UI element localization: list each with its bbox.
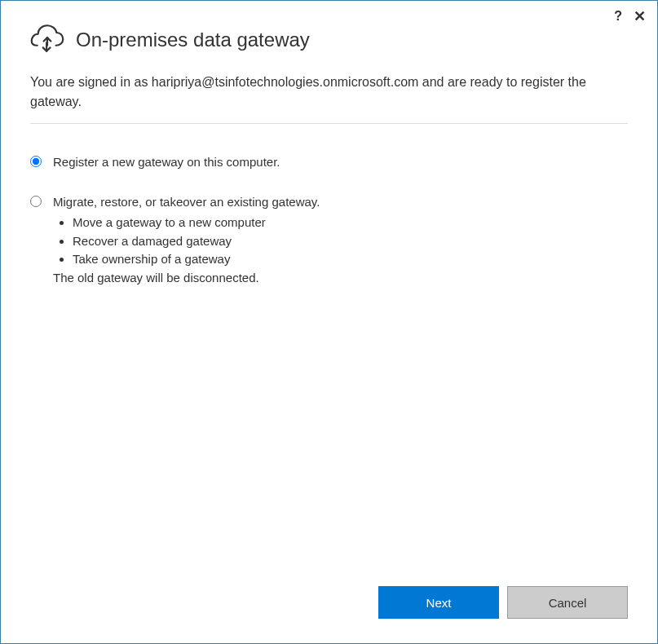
title-row: On-premises data gateway xyxy=(30,24,628,56)
bullet-move: Move a gateway to a new computer xyxy=(73,214,320,232)
close-icon[interactable]: ✕ xyxy=(634,9,646,24)
bullet-recover: Recover a damaged gateway xyxy=(73,232,320,251)
radio-migrate[interactable] xyxy=(30,196,42,207)
next-button[interactable]: Next xyxy=(378,586,499,619)
gateway-options: Register a new gateway on this computer.… xyxy=(30,153,628,285)
radio-register[interactable] xyxy=(30,156,42,167)
label-migrate[interactable]: Migrate, restore, or takeover an existin… xyxy=(53,195,320,209)
bullet-takeover: Take ownership of a gateway xyxy=(73,250,320,269)
window-controls: ? ✕ xyxy=(614,9,646,24)
footer-buttons: Next Cancel xyxy=(378,586,628,619)
help-icon[interactable]: ? xyxy=(614,9,622,24)
gateway-setup-window: ? ✕ On-premises data gateway You are sig… xyxy=(0,0,658,644)
page-title: On-premises data gateway xyxy=(76,29,310,51)
cancel-button[interactable]: Cancel xyxy=(507,586,628,619)
signin-status: You are signed in as haripriya@tsinfotec… xyxy=(30,73,628,124)
migrate-bullets: Move a gateway to a new computer Recover… xyxy=(53,214,320,269)
cloud-sync-icon xyxy=(30,24,64,56)
migrate-details: Move a gateway to a new computer Recover… xyxy=(53,214,320,285)
main-content: On-premises data gateway You are signed … xyxy=(1,1,657,285)
migrate-note: The old gateway will be disconnected. xyxy=(53,271,320,285)
label-register: Register a new gateway on this computer. xyxy=(53,153,280,170)
option-migrate: Migrate, restore, or takeover an existin… xyxy=(30,193,628,285)
option-register[interactable]: Register a new gateway on this computer. xyxy=(30,153,628,170)
